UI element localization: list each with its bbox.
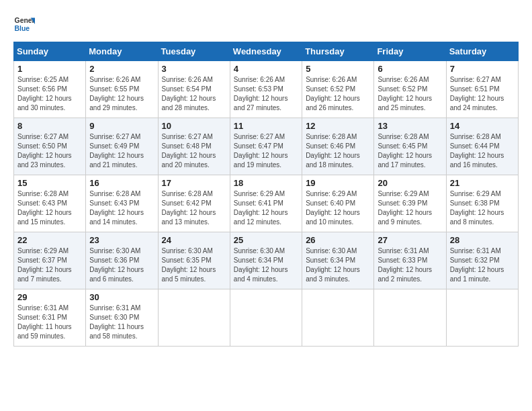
calendar-cell: 22 Sunrise: 6:29 AM Sunset: 6:37 PM Dayl… bbox=[14, 232, 86, 289]
day-number: 25 bbox=[234, 235, 298, 245]
calendar-cell: 28 Sunrise: 6:31 AM Sunset: 6:32 PM Dayl… bbox=[446, 232, 518, 289]
calendar-cell bbox=[230, 289, 302, 347]
column-header-monday: Monday bbox=[86, 42, 158, 61]
day-info: Sunrise: 6:27 AM Sunset: 6:50 PM Dayligh… bbox=[17, 132, 82, 170]
day-number: 4 bbox=[234, 64, 298, 74]
day-number: 8 bbox=[17, 121, 82, 131]
column-header-friday: Friday bbox=[374, 42, 446, 61]
calendar-cell bbox=[374, 289, 446, 347]
day-number: 15 bbox=[17, 178, 82, 188]
calendar-cell bbox=[302, 289, 374, 347]
calendar-table: SundayMondayTuesdayWednesdayThursdayFrid… bbox=[13, 42, 519, 347]
column-header-saturday: Saturday bbox=[446, 42, 518, 61]
day-info: Sunrise: 6:27 AM Sunset: 6:48 PM Dayligh… bbox=[162, 132, 226, 170]
day-info: Sunrise: 6:29 AM Sunset: 6:38 PM Dayligh… bbox=[450, 189, 515, 227]
svg-text:Blue: Blue bbox=[15, 25, 30, 32]
calendar-cell: 10 Sunrise: 6:27 AM Sunset: 6:48 PM Dayl… bbox=[158, 118, 230, 175]
day-number: 7 bbox=[450, 64, 515, 74]
column-header-sunday: Sunday bbox=[14, 42, 86, 61]
day-number: 22 bbox=[17, 235, 82, 245]
day-number: 14 bbox=[450, 121, 515, 131]
calendar-cell: 1 Sunrise: 6:25 AM Sunset: 6:56 PM Dayli… bbox=[14, 61, 86, 118]
calendar-cell: 19 Sunrise: 6:29 AM Sunset: 6:40 PM Dayl… bbox=[302, 175, 374, 232]
day-number: 16 bbox=[89, 178, 154, 188]
day-info: Sunrise: 6:29 AM Sunset: 6:37 PM Dayligh… bbox=[17, 246, 82, 284]
calendar-week-1: 1 Sunrise: 6:25 AM Sunset: 6:56 PM Dayli… bbox=[14, 61, 519, 118]
calendar-cell: 11 Sunrise: 6:27 AM Sunset: 6:47 PM Dayl… bbox=[230, 118, 302, 175]
day-info: Sunrise: 6:28 AM Sunset: 6:43 PM Dayligh… bbox=[89, 189, 154, 227]
calendar-cell: 6 Sunrise: 6:26 AM Sunset: 6:52 PM Dayli… bbox=[374, 61, 446, 118]
calendar-cell: 14 Sunrise: 6:28 AM Sunset: 6:44 PM Dayl… bbox=[446, 118, 518, 175]
column-header-tuesday: Tuesday bbox=[158, 42, 230, 61]
calendar-cell: 23 Sunrise: 6:30 AM Sunset: 6:36 PM Dayl… bbox=[86, 232, 158, 289]
day-number: 28 bbox=[450, 235, 515, 245]
calendar-week-2: 8 Sunrise: 6:27 AM Sunset: 6:50 PM Dayli… bbox=[14, 118, 519, 175]
day-number: 19 bbox=[306, 178, 370, 188]
calendar-cell: 13 Sunrise: 6:28 AM Sunset: 6:45 PM Dayl… bbox=[374, 118, 446, 175]
calendar-cell: 24 Sunrise: 6:30 AM Sunset: 6:35 PM Dayl… bbox=[158, 232, 230, 289]
calendar-cell: 12 Sunrise: 6:28 AM Sunset: 6:46 PM Dayl… bbox=[302, 118, 374, 175]
day-number: 9 bbox=[89, 121, 154, 131]
calendar-cell bbox=[446, 289, 518, 347]
calendar-cell: 25 Sunrise: 6:30 AM Sunset: 6:34 PM Dayl… bbox=[230, 232, 302, 289]
calendar-cell: 7 Sunrise: 6:27 AM Sunset: 6:51 PM Dayli… bbox=[446, 61, 518, 118]
day-number: 3 bbox=[162, 64, 226, 74]
day-number: 27 bbox=[378, 235, 442, 245]
day-number: 10 bbox=[162, 121, 226, 131]
day-number: 11 bbox=[234, 121, 298, 131]
day-info: Sunrise: 6:28 AM Sunset: 6:44 PM Dayligh… bbox=[450, 132, 515, 170]
calendar-week-5: 29 Sunrise: 6:31 AM Sunset: 6:31 PM Dayl… bbox=[14, 289, 519, 347]
column-header-thursday: Thursday bbox=[302, 42, 374, 61]
day-info: Sunrise: 6:29 AM Sunset: 6:41 PM Dayligh… bbox=[234, 189, 298, 227]
day-number: 23 bbox=[89, 235, 154, 245]
calendar-cell: 26 Sunrise: 6:30 AM Sunset: 6:34 PM Dayl… bbox=[302, 232, 374, 289]
day-info: Sunrise: 6:30 AM Sunset: 6:34 PM Dayligh… bbox=[234, 246, 298, 284]
calendar-cell: 21 Sunrise: 6:29 AM Sunset: 6:38 PM Dayl… bbox=[446, 175, 518, 232]
calendar-cell: 27 Sunrise: 6:31 AM Sunset: 6:33 PM Dayl… bbox=[374, 232, 446, 289]
day-info: Sunrise: 6:30 AM Sunset: 6:36 PM Dayligh… bbox=[89, 246, 154, 284]
day-number: 2 bbox=[89, 64, 154, 74]
calendar-cell: 16 Sunrise: 6:28 AM Sunset: 6:43 PM Dayl… bbox=[86, 175, 158, 232]
day-info: Sunrise: 6:28 AM Sunset: 6:43 PM Dayligh… bbox=[17, 189, 82, 227]
column-header-wednesday: Wednesday bbox=[230, 42, 302, 61]
day-info: Sunrise: 6:26 AM Sunset: 6:54 PM Dayligh… bbox=[162, 75, 226, 113]
calendar-cell: 2 Sunrise: 6:26 AM Sunset: 6:55 PM Dayli… bbox=[86, 61, 158, 118]
day-info: Sunrise: 6:29 AM Sunset: 6:40 PM Dayligh… bbox=[306, 189, 370, 227]
day-info: Sunrise: 6:27 AM Sunset: 6:47 PM Dayligh… bbox=[234, 132, 298, 170]
calendar-cell: 29 Sunrise: 6:31 AM Sunset: 6:31 PM Dayl… bbox=[14, 289, 86, 347]
day-number: 21 bbox=[450, 178, 515, 188]
day-info: Sunrise: 6:31 AM Sunset: 6:32 PM Dayligh… bbox=[450, 246, 515, 284]
calendar-cell: 30 Sunrise: 6:31 AM Sunset: 6:30 PM Dayl… bbox=[86, 289, 158, 347]
calendar-week-3: 15 Sunrise: 6:28 AM Sunset: 6:43 PM Dayl… bbox=[14, 175, 519, 232]
day-info: Sunrise: 6:26 AM Sunset: 6:52 PM Dayligh… bbox=[378, 75, 442, 113]
calendar-cell: 5 Sunrise: 6:26 AM Sunset: 6:52 PM Dayli… bbox=[302, 61, 374, 118]
logo-icon: General Blue bbox=[13, 13, 35, 35]
header: General Blue bbox=[13, 13, 519, 35]
day-number: 6 bbox=[378, 64, 442, 74]
calendar-cell: 8 Sunrise: 6:27 AM Sunset: 6:50 PM Dayli… bbox=[14, 118, 86, 175]
day-info: Sunrise: 6:29 AM Sunset: 6:39 PM Dayligh… bbox=[378, 189, 442, 227]
day-number: 1 bbox=[17, 64, 82, 74]
day-number: 26 bbox=[306, 235, 370, 245]
day-number: 29 bbox=[17, 292, 82, 302]
day-number: 24 bbox=[162, 235, 226, 245]
day-info: Sunrise: 6:27 AM Sunset: 6:51 PM Dayligh… bbox=[450, 75, 515, 113]
calendar-cell: 9 Sunrise: 6:27 AM Sunset: 6:49 PM Dayli… bbox=[86, 118, 158, 175]
calendar-cell: 17 Sunrise: 6:28 AM Sunset: 6:42 PM Dayl… bbox=[158, 175, 230, 232]
day-info: Sunrise: 6:26 AM Sunset: 6:52 PM Dayligh… bbox=[306, 75, 370, 113]
calendar-week-4: 22 Sunrise: 6:29 AM Sunset: 6:37 PM Dayl… bbox=[14, 232, 519, 289]
calendar-cell: 3 Sunrise: 6:26 AM Sunset: 6:54 PM Dayli… bbox=[158, 61, 230, 118]
calendar-cell bbox=[158, 289, 230, 347]
header-row: SundayMondayTuesdayWednesdayThursdayFrid… bbox=[14, 42, 519, 61]
day-number: 5 bbox=[306, 64, 370, 74]
calendar-cell: 15 Sunrise: 6:28 AM Sunset: 6:43 PM Dayl… bbox=[14, 175, 86, 232]
day-info: Sunrise: 6:31 AM Sunset: 6:33 PM Dayligh… bbox=[378, 246, 442, 284]
calendar-cell: 4 Sunrise: 6:26 AM Sunset: 6:53 PM Dayli… bbox=[230, 61, 302, 118]
day-info: Sunrise: 6:30 AM Sunset: 6:35 PM Dayligh… bbox=[162, 246, 226, 284]
day-info: Sunrise: 6:28 AM Sunset: 6:42 PM Dayligh… bbox=[162, 189, 226, 227]
day-info: Sunrise: 6:28 AM Sunset: 6:46 PM Dayligh… bbox=[306, 132, 370, 170]
day-info: Sunrise: 6:30 AM Sunset: 6:34 PM Dayligh… bbox=[306, 246, 370, 284]
day-info: Sunrise: 6:25 AM Sunset: 6:56 PM Dayligh… bbox=[17, 75, 82, 113]
day-info: Sunrise: 6:26 AM Sunset: 6:53 PM Dayligh… bbox=[234, 75, 298, 113]
logo: General Blue bbox=[13, 13, 35, 35]
